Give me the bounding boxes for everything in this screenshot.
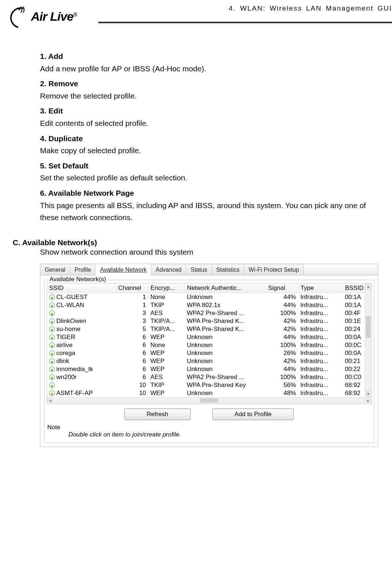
tab-profile[interactable]: Profile <box>70 264 96 275</box>
table-row[interactable]: corega6WEPUnknown26%Infrastru...00:0A <box>47 349 371 357</box>
cell: 5 <box>116 325 148 333</box>
cell: TKIP <box>148 381 185 389</box>
cell: Infrastru... <box>298 301 343 309</box>
wifi-icon <box>49 334 55 340</box>
cell: TKIP <box>148 301 185 309</box>
cell: 48% <box>266 389 298 397</box>
ssid-label: corega <box>56 350 75 357</box>
ssid-label: innomedia_tk <box>56 366 93 373</box>
table-row[interactable]: wn200r6AESWPA2 Pre-Shared ...100%Infrast… <box>47 373 371 381</box>
cell: TKIP/A... <box>148 317 185 325</box>
tab-status[interactable]: Status <box>186 264 212 275</box>
cell: 42% <box>266 357 298 365</box>
table-row[interactable]: DlinkOwen3TKIP/A...WPA Pre-Shared K...42… <box>47 317 371 325</box>
column-header[interactable]: Type <box>298 283 343 293</box>
cell: 6 <box>116 333 148 341</box>
tab-advanced[interactable]: Advanced <box>151 264 186 275</box>
cell: 42% <box>266 325 298 333</box>
cell: 10 <box>116 389 148 397</box>
tab-available-network[interactable]: Available Network <box>96 264 151 275</box>
cell: WEP <box>148 365 185 373</box>
ssid-label: CL-WLAN <box>56 302 84 309</box>
scroll-right-icon[interactable]: ▸ <box>365 399 371 403</box>
ssid-label: TIGER <box>56 334 75 341</box>
table-row[interactable]: dlink6WEPUnknown42%Infrastru...00:21 <box>47 357 371 365</box>
cell: Infrastru... <box>298 309 343 317</box>
ssid-label: wn200r <box>56 374 77 381</box>
networks-table[interactable]: SSIDChannelEncryp...Network Authentic...… <box>47 283 371 397</box>
cell: Unknown <box>185 293 266 301</box>
ssid-label: dlink <box>56 358 69 365</box>
ssid-label: airlive <box>56 342 72 349</box>
column-header[interactable]: Signal <box>266 283 298 293</box>
table-row[interactable]: airlive6NoneUnknown100%Infrastru...00:0C <box>47 341 371 349</box>
column-header[interactable]: Encryp... <box>148 283 185 293</box>
cell: Unknown <box>185 365 266 373</box>
cell: WEP <box>148 333 185 341</box>
column-header[interactable]: SSID <box>47 283 116 293</box>
item-desc-6: This page presents all BSS, including AP… <box>40 199 387 224</box>
cell: Unknown <box>185 349 266 357</box>
add-to-profile-button[interactable]: Add to Profile <box>212 408 294 420</box>
tab-strip: GeneralProfileAvailable NetworkAdvancedS… <box>40 264 378 275</box>
section-c-title: C. Available Network(s) <box>13 238 387 247</box>
table-row[interactable]: TIGER6WEPUnknown44%Infrastru...00:0A <box>47 333 371 341</box>
cell: WEP <box>148 357 185 365</box>
scroll-up-icon[interactable]: ▴ <box>365 283 371 290</box>
available-networks-group: Available Network(s) SSIDChannelEncryp..… <box>44 280 374 443</box>
cell: 6 <box>116 365 148 373</box>
table-row[interactable]: CL-GUEST1NoneUnknown44%Infrastru...00:1A <box>47 293 371 301</box>
header-divider <box>98 22 392 23</box>
refresh-button[interactable]: Refresh <box>124 408 191 420</box>
tab-statistics[interactable]: Statistics <box>212 264 244 275</box>
cell: WPA Pre-Shared K... <box>185 325 266 333</box>
horizontal-scrollbar[interactable]: ◂ ▸ <box>47 397 371 404</box>
column-header[interactable]: Channel <box>116 283 148 293</box>
note-text: Double click on item to join/create prof… <box>68 431 372 438</box>
cell: None <box>148 341 185 349</box>
tab-general[interactable]: General <box>40 264 70 275</box>
cell: TKIP/A... <box>148 325 185 333</box>
cell: WPA Pre-Shared Key <box>185 381 266 389</box>
cell: Infrastru... <box>298 333 343 341</box>
cell: None <box>148 293 185 301</box>
logo-text: Air Live <box>31 9 73 23</box>
cell: Infrastru... <box>298 389 343 397</box>
cell: WEP <box>148 349 185 357</box>
wifi-icon <box>49 294 55 300</box>
cell: 6 <box>116 341 148 349</box>
cell: 56% <box>266 381 298 389</box>
cell: Unknown <box>185 333 266 341</box>
table-row[interactable]: su-home5TKIP/A...WPA Pre-Shared K...42%I… <box>47 325 371 333</box>
cell: Infrastru... <box>298 373 343 381</box>
cell: 10 <box>116 381 148 389</box>
wifi-icon <box>49 342 55 348</box>
wifi-icon <box>49 310 55 316</box>
cell: 6 <box>116 357 148 365</box>
table-row[interactable]: 10TKIPWPA Pre-Shared Key56%Infrastru...6… <box>47 381 371 389</box>
cell: Infrastru... <box>298 357 343 365</box>
tab-wi-fi-protect-setup[interactable]: Wi-Fi Protect Setup <box>244 264 304 275</box>
chapter-title: 4. WLAN: Wireless LAN Management GUI <box>229 4 392 12</box>
scroll-left-icon[interactable]: ◂ <box>47 399 53 403</box>
scroll-down-icon[interactable]: ▾ <box>365 391 371 397</box>
registered-icon: ® <box>73 11 77 17</box>
cell: Infrastru... <box>298 365 343 373</box>
cell: AES <box>148 373 185 381</box>
cell: 6 <box>116 349 148 357</box>
table-row[interactable]: innomedia_tk6WEPUnknown44%Infrastru...00… <box>47 365 371 373</box>
table-row[interactable]: 3AESWPA2 Pre-Shared ...100%Infrastru...0… <box>47 309 371 317</box>
table-row[interactable]: ASMT-6F-AP10WEPUnknown48%Infrastru...68:… <box>47 389 371 397</box>
wifi-icon <box>49 366 55 372</box>
cell: WPA Pre-Shared K... <box>185 317 266 325</box>
vertical-scrollbar[interactable]: ▴ ▾ <box>365 283 371 397</box>
scroll-thumb[interactable] <box>366 316 371 338</box>
logo: •)) Air Live® <box>7 4 95 29</box>
item-title-1: 1. Add <box>40 50 387 63</box>
item-desc-4: Make copy of selected profile. <box>40 144 387 157</box>
item-title-5: 5. Set Default <box>40 160 387 172</box>
hscroll-thumb[interactable] <box>200 398 218 403</box>
ssid-label: CL-GUEST <box>56 294 88 301</box>
column-header[interactable]: Network Authentic... <box>185 283 266 293</box>
table-row[interactable]: CL-WLAN1TKIPWPA 802.1x44%Infrastru...00:… <box>47 301 371 309</box>
